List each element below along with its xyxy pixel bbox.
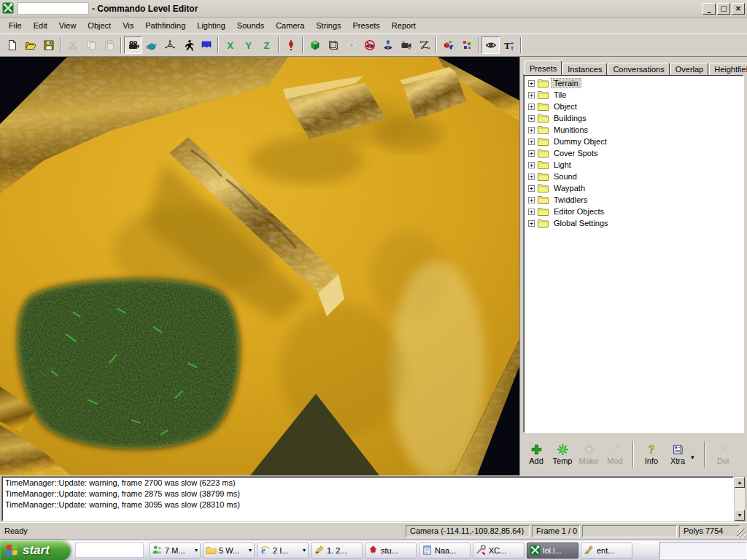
toolbar-button-axis-gizmo[interactable] xyxy=(160,36,179,54)
toolbar-button-eye-frame[interactable] xyxy=(481,36,500,54)
toolbar-button-open-folder[interactable] xyxy=(21,36,39,54)
tree-item-twiddlers[interactable]: +Twiddlers xyxy=(525,194,742,206)
expand-plus-icon[interactable]: + xyxy=(528,197,535,203)
tree-item-munitions[interactable]: +Munitions xyxy=(525,124,742,136)
taskbar-button-ent[interactable]: ent... xyxy=(581,542,632,559)
del-button[interactable]: Del xyxy=(710,443,736,465)
tab-overlap[interactable]: Overlap xyxy=(670,63,709,75)
tree-item-light[interactable]: +Light xyxy=(525,159,742,171)
toolbar-button-rgb-squares[interactable] xyxy=(457,36,476,54)
expand-plus-icon[interactable]: + xyxy=(528,127,535,133)
expand-plus-icon[interactable]: + xyxy=(528,162,535,168)
tab-conversations[interactable]: Conversations xyxy=(608,63,669,75)
expand-plus-icon[interactable]: + xyxy=(528,185,535,192)
tab-presets[interactable]: Presets xyxy=(525,61,562,75)
menu-view[interactable]: View xyxy=(53,19,82,32)
expand-plus-icon[interactable]: + xyxy=(528,80,535,87)
temp-button[interactable]: Temp xyxy=(549,443,576,465)
quick-launch-area[interactable] xyxy=(75,542,144,558)
toolbar-button-eye-arrow[interactable] xyxy=(342,36,360,54)
expand-plus-icon[interactable]: + xyxy=(528,92,535,98)
menu-camera[interactable]: Camera xyxy=(270,19,310,32)
toolbar-button-axis-x[interactable]: X xyxy=(221,36,239,54)
toolbar-button-text-tool[interactable]: T+T xyxy=(500,36,518,54)
menu-sounds[interactable]: Sounds xyxy=(231,19,270,32)
toolbar-button-polygon-z[interactable] xyxy=(415,36,433,54)
taskbar-button-1-2[interactable]: 1. 2... xyxy=(311,542,363,559)
menu-vis[interactable]: Vis xyxy=(117,19,139,32)
viewport-3d-scene[interactable] xyxy=(0,57,520,475)
toolbar-button-paste[interactable] xyxy=(100,36,118,54)
toolbar-button-movie-camera[interactable] xyxy=(124,36,142,54)
taskbar-button-lol-l[interactable]: lol.l... xyxy=(527,542,578,559)
toolbar-button-wire-cube[interactable] xyxy=(324,36,342,54)
tree-item-waypath[interactable]: +Waypath xyxy=(525,182,742,194)
menu-file[interactable]: File xyxy=(3,19,28,32)
close-button[interactable]: × xyxy=(732,3,745,15)
toolbar-button-axis-y[interactable]: Y xyxy=(239,36,258,54)
toolbar-button-camera-clap[interactable] xyxy=(397,36,415,54)
toolbar-button-red-pointer[interactable] xyxy=(282,36,300,54)
start-button[interactable]: start xyxy=(0,540,71,560)
toolbar-button-green-cube[interactable] xyxy=(306,36,324,54)
taskbar-button-xc[interactable]: XC... xyxy=(473,542,525,559)
chevron-down-icon[interactable]: ▾ xyxy=(249,547,252,553)
resize-grip[interactable] xyxy=(737,529,746,538)
tab-instances[interactable]: Instances xyxy=(562,63,607,75)
minimize-button[interactable]: _ xyxy=(703,3,716,15)
tree-item-cover-spots[interactable]: +Cover Spots xyxy=(525,147,742,159)
expand-plus-icon[interactable]: + xyxy=(528,115,535,122)
toolbar-button-running-man[interactable] xyxy=(179,36,197,54)
taskbar-button-naa[interactable]: Naa... xyxy=(419,542,471,559)
toolbar-button-rgb-cubes[interactable] xyxy=(439,36,457,54)
taskbar-button-2-i[interactable]: e2 I...▾ xyxy=(257,542,309,559)
add-button[interactable]: Add xyxy=(523,443,549,465)
tree-item-buildings[interactable]: +Buildings xyxy=(525,112,742,124)
taskbar-button-7-m[interactable]: 7 M...▾ xyxy=(149,542,201,559)
menu-lighting[interactable]: Lighting xyxy=(191,19,231,32)
tree-item-terrain[interactable]: +Terrain xyxy=(525,77,742,89)
menu-object[interactable]: Object xyxy=(82,19,117,32)
tree-item-sound[interactable]: +Sound xyxy=(525,171,742,182)
make-button[interactable]: Make xyxy=(576,443,602,465)
scroll-up-icon[interactable]: ▲ xyxy=(735,477,745,488)
expand-plus-icon[interactable]: + xyxy=(528,209,535,215)
chevron-down-icon[interactable]: ▾ xyxy=(195,547,198,553)
maximize-button[interactable]: □ xyxy=(717,3,730,15)
menu-strings[interactable]: Strings xyxy=(310,19,347,32)
expand-plus-icon[interactable]: + xyxy=(528,220,535,227)
taskbar-button-5-w[interactable]: 5 W...▾ xyxy=(203,542,255,559)
menu-edit[interactable]: Edit xyxy=(28,19,53,32)
toolbar-button-teapot[interactable] xyxy=(142,36,160,54)
toolbar-button-new-file[interactable] xyxy=(3,36,21,54)
toolbar-button-axis-z[interactable]: Z xyxy=(258,36,276,54)
toolbar-button-copy[interactable] xyxy=(82,36,100,54)
log-scrollbar[interactable]: ▲ ▼ xyxy=(734,476,746,521)
toolbar-button-eye-raise[interactable] xyxy=(379,36,397,54)
tree-item-editor-objects[interactable]: +Editor Objects xyxy=(525,206,742,217)
info-button[interactable]: ?Info xyxy=(638,443,665,465)
xtra-button[interactable]: Xtra xyxy=(665,443,691,465)
toolbar-button-eye-blocked[interactable] xyxy=(360,36,379,54)
menu-presets[interactable]: Presets xyxy=(347,19,386,32)
log-lines: TimeManager::Update: warning, frame 2700… xyxy=(1,476,734,521)
tree-item-dummy-object[interactable]: +Dummy Object xyxy=(525,136,742,147)
menu-report[interactable]: Report xyxy=(386,19,422,32)
scroll-down-icon[interactable]: ▼ xyxy=(735,510,745,521)
tree-item-global-settings[interactable]: +Global Settings xyxy=(525,217,742,229)
expand-plus-icon[interactable]: + xyxy=(528,104,535,110)
expand-plus-icon[interactable]: + xyxy=(528,150,535,157)
menu-pathfinding[interactable]: Pathfinding xyxy=(139,19,191,32)
tree-item-tile[interactable]: +Tile xyxy=(525,89,742,101)
expand-plus-icon[interactable]: + xyxy=(528,174,535,180)
mod-button[interactable]: Mod xyxy=(602,443,628,465)
chevron-down-icon[interactable]: ▾ xyxy=(303,547,306,553)
toolbar-button-flag[interactable] xyxy=(197,36,215,54)
toolbar-button-cut[interactable] xyxy=(63,36,82,54)
tab-heightfield[interactable]: Heightfield xyxy=(709,63,747,75)
tree-item-object[interactable]: +Object xyxy=(525,101,742,112)
expand-plus-icon[interactable]: + xyxy=(528,139,535,145)
taskbar-button-stu[interactable]: stu... xyxy=(365,542,417,559)
toolbar-button-save[interactable] xyxy=(39,36,58,54)
xtra-dropdown-arrow-icon[interactable]: ▾ xyxy=(691,448,700,461)
